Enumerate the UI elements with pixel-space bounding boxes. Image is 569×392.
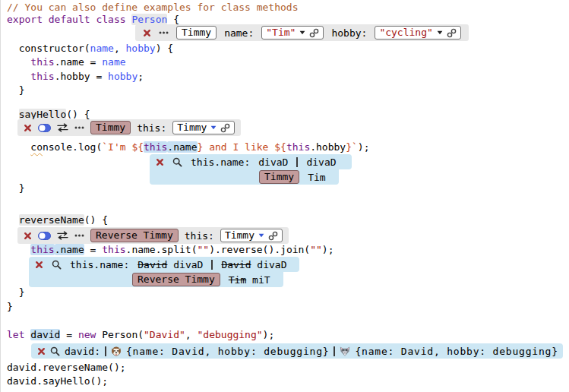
code-token	[7, 71, 30, 82]
sayhello-probe-value: this.name:divaDdivaD	[150, 154, 352, 169]
sayhello-probe-story: TimmyTim	[150, 169, 339, 185]
story-name-chip[interactable]: Timmy	[90, 121, 131, 134]
code-token: .name =	[55, 56, 103, 68]
toggle-on-icon[interactable]	[38, 124, 51, 132]
code-token: ,	[114, 43, 126, 54]
code-line-reversename-declaration: reverseName() {	[7, 213, 108, 227]
code-token: reverseName	[19, 214, 84, 226]
toggle-on-icon[interactable]	[38, 232, 51, 240]
code-token	[7, 56, 30, 68]
reversename-probe-story: Reverse TimmyTim miT	[29, 272, 283, 287]
class-example-widget: Timmyname:"Tim"hobby:"cycling"	[135, 24, 469, 41]
code-line-assign-name-line: this.name = name	[7, 55, 126, 69]
more-options-icon[interactable]	[159, 31, 169, 34]
code-line-call-reversename-line: david.reverseName();	[7, 360, 126, 375]
code-line-constructor-close-line: }	[7, 83, 24, 97]
probe-value-token: divaD	[258, 156, 288, 168]
chevron-down-icon	[210, 125, 217, 130]
story-name-chip[interactable]: Reverse Timmy	[90, 229, 179, 242]
inspect-icon[interactable]	[50, 346, 60, 356]
close-icon[interactable]	[143, 29, 151, 37]
code-line-class-close-line: }	[7, 299, 13, 314]
probe-value-token: divaD	[251, 259, 287, 270]
code-token: "David"	[144, 329, 185, 340]
close-icon[interactable]	[24, 124, 32, 132]
code-token: nsole.log(	[43, 141, 102, 153]
this-value-dropdown[interactable]: Timmy	[220, 229, 283, 242]
code-token: {	[167, 14, 179, 25]
code-token: }	[7, 286, 24, 298]
code-token: Person(	[102, 329, 144, 340]
code-line-console-log-line: console.log(`I'm ${this.name} and I like…	[7, 140, 370, 154]
dog-icon	[111, 346, 122, 357]
code-line-reverse-assign-line: this.name = this.name.split("").reverse(…	[7, 242, 334, 257]
code-token: ) {	[156, 43, 173, 54]
code-token: .hobby	[310, 141, 346, 153]
story-name-chip[interactable]: Timmy	[259, 170, 299, 184]
code-line-new-person-line: let david = new Person("David", "debuggi…	[7, 327, 274, 342]
code-editor: // You can also define examples for clas…	[0, 0, 569, 392]
this-value-dropdown[interactable]: Timmy	[172, 121, 235, 134]
code-token: "debugging"	[198, 329, 263, 340]
link-icon	[309, 28, 319, 38]
value-separator	[296, 157, 298, 167]
code-token: () {	[84, 214, 108, 226]
this-label: this:	[137, 122, 166, 134]
link-icon	[220, 123, 230, 133]
object-value: {name: David, hobby: debugging}	[126, 346, 329, 357]
code-line-call-sayhello-line: david.sayHello();	[7, 374, 108, 388]
value-separator	[333, 346, 335, 356]
inspect-icon[interactable]	[52, 260, 62, 270]
chevron-down-icon	[258, 233, 264, 238]
close-icon[interactable]	[24, 232, 32, 240]
example-name-chip[interactable]: Timmy	[176, 26, 217, 40]
code-token: this	[144, 141, 167, 153]
value-separator	[211, 260, 213, 270]
swap-icon[interactable]	[57, 123, 68, 132]
story-name-chip[interactable]: Reverse Timmy	[132, 273, 220, 286]
code-token: constructor(	[7, 43, 90, 54]
chevron-down-icon	[437, 30, 443, 35]
code-token: hobby	[126, 43, 156, 54]
wolf-icon	[340, 346, 350, 356]
this-label: this:	[185, 230, 214, 242]
code-token: let	[7, 329, 30, 340]
code-token: .hobby =	[55, 71, 108, 82]
inspect-icon[interactable]	[172, 157, 182, 167]
probe-value-token: divaD	[306, 156, 336, 168]
arg-label: hobby:	[331, 27, 367, 39]
code-token: );	[322, 244, 334, 255]
code-token: }	[7, 301, 13, 312]
code-token: // You can also define examples for clas…	[7, 2, 299, 13]
probe-value-token: David	[138, 259, 167, 270]
code-token: name	[90, 43, 114, 54]
code-token	[7, 141, 30, 153]
close-icon[interactable]	[37, 347, 46, 356]
probe-value: Tim	[308, 172, 325, 183]
probe-value-token: Tim	[229, 274, 246, 286]
value-separator	[105, 346, 106, 356]
arg-value-dropdown[interactable]: "cycling"	[375, 26, 460, 40]
arg-label: name:	[224, 27, 254, 39]
close-icon[interactable]	[156, 158, 164, 166]
code-token: .name	[55, 244, 84, 255]
swap-icon[interactable]	[57, 231, 68, 240]
more-options-icon[interactable]	[74, 126, 84, 129]
arg-value-dropdown[interactable]: "Tim"	[261, 26, 324, 40]
code-token: }	[7, 84, 24, 96]
probe-value-token: divaD	[167, 259, 203, 270]
code-token: sayHello	[19, 109, 67, 120]
probe-value: Tim miT	[229, 274, 270, 286]
code-token	[7, 244, 30, 255]
code-token: name	[102, 56, 125, 68]
this-value: Timmy	[225, 229, 254, 242]
code-token: this	[30, 244, 54, 255]
code-token: =	[60, 329, 77, 340]
code-line-assign-hobby-line: this.hobby = hobby;	[7, 69, 144, 84]
probe-value-token: David	[221, 259, 251, 270]
code-token: this	[30, 71, 54, 82]
more-options-icon[interactable]	[74, 234, 84, 237]
reversename-probe-value: this.name:David divaDDavid divaD	[29, 257, 299, 272]
close-icon[interactable]	[35, 261, 43, 269]
code-token: );	[358, 141, 370, 153]
